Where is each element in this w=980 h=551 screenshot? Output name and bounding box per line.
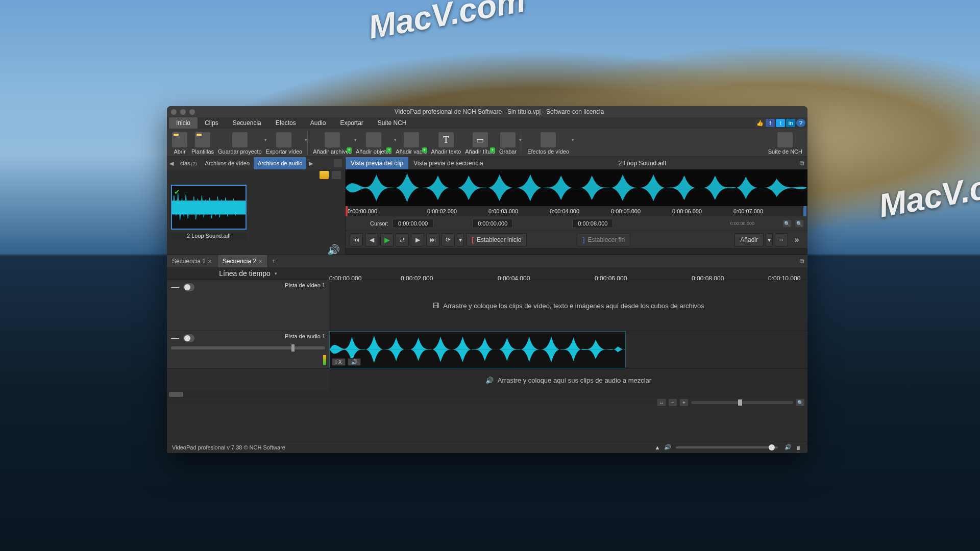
like-icon[interactable]: 👍 xyxy=(755,119,765,127)
set-in-button[interactable]: [Establecer inicio xyxy=(466,233,527,246)
dropdown-icon[interactable]: ▾ xyxy=(457,233,464,246)
equalizer-icon[interactable]: ⫼ xyxy=(794,443,802,452)
fx-button[interactable]: FX xyxy=(332,358,346,366)
collapse-track-button[interactable]: — xyxy=(171,283,179,292)
tab-audio-files[interactable]: Archivos de audio xyxy=(254,157,306,169)
step-forward-button[interactable]: ▶ xyxy=(411,233,424,246)
zoom-out-icon[interactable]: 🔍 xyxy=(783,220,791,227)
chevron-down-icon[interactable]: ▾ xyxy=(519,137,522,142)
menu-secuencia[interactable]: Secuencia xyxy=(226,117,268,129)
add-sequence-button[interactable]: + xyxy=(268,258,280,265)
zoom-max-icon[interactable]: 🔍 xyxy=(796,399,804,406)
add-files-button[interactable]: +Añadir archivos▾ xyxy=(311,131,354,155)
audio-mix-lane[interactable]: 🔊Arrastre y coloque aquí sus clips de au… xyxy=(329,369,807,391)
chevron-down-icon[interactable]: ▾ xyxy=(305,137,307,142)
popout-icon[interactable] xyxy=(334,159,342,167)
zoom-window-icon[interactable] xyxy=(189,109,195,115)
speed-button[interactable]: ⟳ xyxy=(442,233,455,246)
export-video-button[interactable]: Exportar vídeo▾ xyxy=(264,131,305,155)
track-visibility-toggle[interactable] xyxy=(183,283,194,291)
open-button[interactable]: Abrir xyxy=(170,131,189,155)
popout-icon[interactable]: ⧉ xyxy=(796,160,807,167)
menu-inicio[interactable]: Inicio xyxy=(169,117,198,129)
audio-clip[interactable]: FX 🔊 xyxy=(329,331,626,368)
clip-bin-panel: ◀ cias(2) Archivos de vídeo Archivos de … xyxy=(167,157,346,255)
menu-audio[interactable]: Audio xyxy=(303,117,333,129)
popout-icon[interactable]: ⧉ xyxy=(796,258,807,265)
tab-video-files[interactable]: Archivos de vídeo xyxy=(201,157,254,169)
add-title-button[interactable]: ▭+Añadir título xyxy=(463,131,497,155)
tab-sequence-2[interactable]: Secuencia 2✕ xyxy=(217,255,268,268)
track-volume-slider[interactable] xyxy=(171,346,325,349)
menu-clips[interactable]: Clips xyxy=(198,117,226,129)
menu-exportar[interactable]: Exportar xyxy=(333,117,370,129)
facebook-icon[interactable]: f xyxy=(766,119,775,127)
add-text-button[interactable]: TAñadir texto xyxy=(429,131,463,155)
scroll-right-icon[interactable]: ▶ xyxy=(306,160,315,167)
preview-time-ruler[interactable]: 0:00:00.000 0:00:02.000 0:00:03.000 0:00… xyxy=(346,206,807,216)
zoom-in-icon[interactable]: + xyxy=(680,399,688,406)
record-button[interactable]: Grabar▾ xyxy=(497,131,519,155)
scroll-left-icon[interactable]: ◀ xyxy=(167,160,176,167)
app-window: VideoPad profesional de NCH Software - S… xyxy=(167,106,807,453)
scroll-thumb[interactable] xyxy=(169,392,183,397)
tab-sequences[interactable]: cias(2) xyxy=(176,157,201,170)
in-point-marker[interactable] xyxy=(346,206,348,216)
close-icon[interactable]: ✕ xyxy=(258,259,262,264)
clip-thumbnail[interactable]: ✔ 2 Loop Sound.aiff xyxy=(171,185,247,240)
add-to-timeline-button[interactable]: Añadir xyxy=(734,233,764,246)
selection-time-field[interactable]: 0:00:00.000 xyxy=(472,219,513,228)
track-mute-toggle[interactable] xyxy=(183,334,194,342)
timeline-scrollbar[interactable] xyxy=(167,391,807,398)
zoom-out-icon[interactable]: − xyxy=(669,399,677,406)
loop-button[interactable]: ⇄ xyxy=(396,233,409,246)
linkedin-icon[interactable]: in xyxy=(786,119,795,127)
close-icon[interactable]: ✕ xyxy=(208,259,212,264)
timeline-mode-select[interactable]: Línea de tiempo▾ xyxy=(167,269,329,278)
menu-efectos[interactable]: Efectos xyxy=(268,117,303,129)
preview-waveform[interactable] xyxy=(346,169,807,206)
clip-name: 2 Loop Sound.aiff xyxy=(171,232,247,240)
fit-width-icon[interactable]: ↔ xyxy=(775,233,788,246)
nch-suite-button[interactable]: Suite de NCH xyxy=(766,131,804,155)
watermark: MacV.com xyxy=(365,0,528,46)
warning-icon[interactable]: ▲ xyxy=(653,443,662,452)
mute-icon[interactable]: 🔊 xyxy=(664,443,672,452)
duration-field[interactable]: 0:00:08.000 xyxy=(572,219,613,228)
clip-mute-button[interactable]: 🔊 xyxy=(348,358,361,366)
tab-sequence-preview[interactable]: Vista previa de secuencia xyxy=(408,157,488,169)
audio-track-lane[interactable]: FX 🔊 xyxy=(329,331,807,368)
help-icon[interactable]: ? xyxy=(796,119,805,127)
zoom-slider[interactable] xyxy=(691,401,793,404)
chevron-down-icon[interactable]: ▾ xyxy=(572,137,574,142)
fit-width-icon[interactable]: ↔ xyxy=(657,399,666,406)
zoom-in-icon[interactable]: 🔍 xyxy=(795,220,803,227)
video-track-lane[interactable]: 🎞Arrastre y coloque los clips de vídeo, … xyxy=(329,280,807,331)
minimize-window-icon[interactable] xyxy=(180,109,186,115)
tab-sequence-1[interactable]: Secuencia 1✕ xyxy=(167,255,217,268)
master-volume-slider[interactable] xyxy=(676,446,778,448)
close-window-icon[interactable] xyxy=(171,109,177,115)
templates-button[interactable]: Plantillas xyxy=(189,131,216,155)
go-end-button[interactable]: ⏭ xyxy=(426,233,439,246)
play-button[interactable]: ▶ xyxy=(380,233,394,246)
tab-clip-preview[interactable]: Vista previa del clip xyxy=(346,157,408,169)
more-icon[interactable]: » xyxy=(790,233,803,246)
go-start-button[interactable]: ⏮ xyxy=(350,233,363,246)
save-project-button[interactable]: Guardar proyecto▾ xyxy=(216,131,264,155)
new-folder-icon[interactable] xyxy=(320,171,329,179)
toolbar-separator xyxy=(307,131,308,155)
cursor-time-field[interactable]: 0:00:00.000 xyxy=(393,219,433,228)
list-view-icon[interactable] xyxy=(332,171,341,179)
set-out-button[interactable]: ]Establecer fin xyxy=(577,233,630,246)
menu-suite[interactable]: Suite NCH xyxy=(371,117,414,129)
add-blank-button[interactable]: +Añadir vacío xyxy=(394,131,429,155)
add-objects-button[interactable]: +Añadir objetos▾ xyxy=(354,131,394,155)
twitter-icon[interactable]: t xyxy=(776,119,785,127)
watermark: MacV.com xyxy=(876,160,980,225)
playhead-end-marker[interactable] xyxy=(803,206,806,216)
step-back-button[interactable]: ◀ xyxy=(365,233,378,246)
dropdown-icon[interactable]: ▾ xyxy=(766,233,773,246)
video-effects-button[interactable]: Efectos de vídeo▾ xyxy=(525,131,571,155)
collapse-track-button[interactable]: — xyxy=(171,334,179,343)
